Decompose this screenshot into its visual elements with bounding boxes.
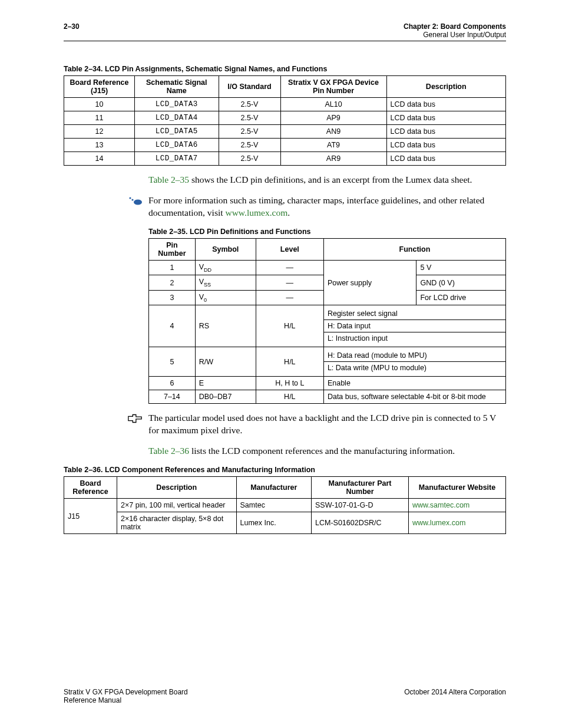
para-table36-ref: Table 2–36 lists the LCD component refer… [148,445,506,457]
para-text: lists the LCD component references and t… [189,446,455,456]
table-row: 14LCD_DATA72.5-VAR9LCD data bus [64,152,506,166]
th-board-ref: Board Reference [64,477,117,499]
cell-io: 2.5-V [219,139,280,152]
note-text-before: For more information such as timing, cha… [148,195,484,218]
cell-symbol: V0 [195,290,256,305]
cell-io: 2.5-V [219,98,280,111]
cell-ref: 13 [64,139,135,152]
cell-desc: 2×7 pin, 100 mil, vertical header [117,499,237,512]
cell-desc: LCD data bus [386,125,506,139]
th-board-ref: Board Reference (J15) [64,76,135,98]
header-right: Chapter 2: Board Components General User… [404,22,506,39]
th-function: Function [323,238,505,260]
cell-pin: 5 [149,347,196,377]
hand-pointing-icon [64,412,148,424]
cell-site: www.lumex.com [409,512,506,534]
cell-symbol: RS [195,305,256,347]
th-symbol: Symbol [195,238,256,260]
cell-manufacturer: Lumex Inc. [236,512,312,534]
page-header: 2–30 Chapter 2: Board Components General… [64,22,506,39]
info-text: For more information such as timing, cha… [148,195,506,219]
cell-pin: 7–14 [149,390,196,404]
cell-level: H/L [256,347,323,377]
cell-signal: LCD_DATA5 [135,125,219,139]
cell-ref: 14 [64,152,135,166]
cell-signal: LCD_DATA6 [135,139,219,152]
note-text-after: . [287,207,290,218]
cell-desc: LCD data bus [386,139,506,152]
th-pin-number: Pin Number [149,238,196,260]
cell-pin: AL10 [280,98,386,111]
th-pin-number: Stratix V GX FPGA Device Pin Number [280,76,386,98]
table-36-caption: Table 2–36. LCD Component References and… [64,466,506,474]
cell-function: Enable [323,377,505,390]
table-row: 6 E H, H to L Enable [149,377,506,390]
th-part-number: Manufacturer Part Number [312,477,409,499]
cell-desc: 2×16 character display, 5×8 dot matrix [117,512,237,534]
footer-left: Stratix V GX FPGA Development Board Refe… [64,688,188,704]
table-row: 2×16 character display, 5×8 dot matrix L… [64,512,506,534]
table-35-caption: Table 2–35. LCD Pin Definitions and Func… [148,228,506,236]
para-text: shows the LCD pin definitions, and is an… [189,174,472,185]
cell-part: SSW-107-01-G-D [312,499,409,512]
cell-ref: 11 [64,111,135,125]
cell-ref: 12 [64,125,135,139]
link-table-36[interactable]: Table 2–36 [148,446,189,456]
cell-pin: AP9 [280,111,386,125]
link-samtec[interactable]: www.samtec.com [412,501,470,509]
table-35: Pin Number Symbol Level Function 1 VDD —… [148,238,506,404]
cell-site: www.samtec.com [409,499,506,512]
table-row: 12LCD_DATA52.5-VAN9LCD data bus [64,125,506,139]
cell-pin: 1 [149,260,196,275]
cell-desc: LCD data bus [386,111,506,125]
cell-io: 2.5-V [219,125,280,139]
link-table-35[interactable]: Table 2–35 [148,174,189,185]
th-level: Level [256,238,323,260]
cell-symbol: DB0–DB7 [195,390,256,404]
cell-level: H/L [256,305,323,347]
cell-manufacturer: Samtec [236,499,312,512]
cell-pin: AR9 [280,152,386,166]
cell-func2: 5 V [416,260,506,275]
info-note-2: The particular model used does not have … [64,412,506,437]
table-row: J15 2×7 pin, 100 mil, vertical header Sa… [64,499,506,512]
header-rule [64,41,506,41]
link-lumex-2[interactable]: www.lumex.com [412,519,465,527]
page-footer: Stratix V GX FPGA Development Board Refe… [64,688,506,704]
cell-signal: LCD_DATA7 [135,152,219,166]
cell-pin: 2 [149,275,196,291]
cell-level: H/L [256,390,323,404]
th-description: Description [117,477,237,499]
footer-doc-sub: Reference Manual [64,696,188,704]
table-row: 5 R/W H/L H: Data read (module to MPU) L… [149,347,506,377]
cell-desc: LCD data bus [386,98,506,111]
table-row: 11LCD_DATA42.5-VAP9LCD data bus [64,111,506,125]
table-row: Board Reference (J15) Schematic Signal N… [64,76,506,98]
cell-symbol: E [195,377,256,390]
cell-func2: For LCD drive [416,290,506,305]
table-36: Board Reference Description Manufacturer… [64,476,506,534]
chapter-title: Chapter 2: Board Components [404,22,506,31]
cell-level: H, H to L [256,377,323,390]
cell-symbol: VDD [195,260,256,275]
cell-pin: 4 [149,305,196,347]
cell-func1: Power supply [323,260,416,305]
table-row: 13LCD_DATA62.5-VAT9LCD data bus [64,139,506,152]
cell-level: — [256,260,323,275]
cell-function: H: Data read (module to MPU) L: Data wri… [323,347,505,377]
cell-symbol: R/W [195,347,256,377]
cell-level: — [256,290,323,305]
link-lumex[interactable]: www.lumex.com [225,207,287,218]
note-2-text: The particular model used does not have … [148,412,506,437]
cell-signal: LCD_DATA3 [135,98,219,111]
th-website: Manufacturer Website [409,477,506,499]
svg-point-0 [129,197,131,199]
svg-point-1 [131,199,133,200]
section-title: General User Input/Output [404,31,506,39]
table-row: Board Reference Description Manufacturer… [64,477,506,499]
cell-function: Data bus, software selectable 4-bit or 8… [323,390,505,404]
footer-right: October 2014 Altera Corporation [404,688,506,704]
bubble-icon [64,195,148,206]
table-row: 4 RS H/L Register select signal H: Data … [149,305,506,347]
footer-doc-title: Stratix V GX FPGA Development Board [64,688,188,696]
